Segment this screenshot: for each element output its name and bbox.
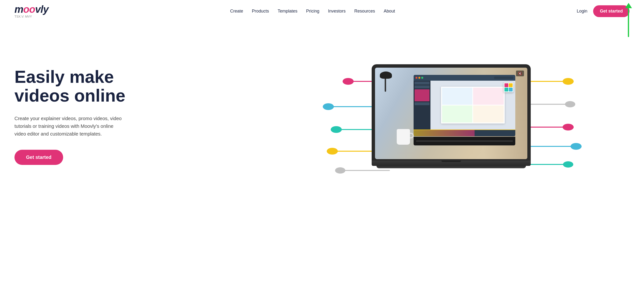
panel-item: [414, 102, 430, 105]
header-right: Login Get started: [577, 5, 630, 17]
svg-point-13: [565, 101, 575, 107]
editor-left-panel: [414, 81, 430, 130]
color-swatch: [504, 88, 508, 91]
get-started-button-hero[interactable]: Get started: [14, 150, 63, 165]
hero-section: Easily make videos online Create your ex…: [0, 22, 644, 215]
keyboard-row: [416, 140, 513, 142]
panel-item: [414, 82, 430, 84]
canvas-grid: [441, 87, 505, 123]
svg-point-3: [323, 103, 334, 110]
hero-text: Easily make videos online Create your ex…: [14, 68, 140, 165]
laptop-foot: [376, 166, 526, 168]
svg-point-9: [335, 167, 346, 174]
nav-investors[interactable]: Investors: [328, 9, 346, 14]
toolbar-dot-yellow: [418, 77, 420, 79]
sound-icon[interactable]: 🔇: [516, 70, 524, 76]
inner-keyboard: [414, 137, 515, 145]
nav-products[interactable]: Products: [252, 9, 269, 14]
svg-point-11: [562, 78, 574, 85]
login-link[interactable]: Login: [577, 9, 587, 14]
color-swatch: [509, 88, 513, 91]
hero-headline-line1: Easily make: [14, 67, 114, 86]
svg-point-5: [331, 126, 342, 133]
logo-text: moovly: [14, 4, 48, 14]
svg-point-15: [562, 124, 574, 130]
logo-suffix: vly: [35, 3, 48, 15]
inner-editor: [414, 75, 515, 147]
editor-timeline: [414, 130, 515, 136]
hero-visual: 🔇: [273, 34, 630, 198]
hero-subtext: Create your explainer videos, promo vide…: [14, 115, 125, 138]
color-swatch: [509, 83, 513, 87]
mug: [397, 129, 410, 145]
lamp-shade: [380, 71, 392, 79]
svg-point-19: [563, 161, 574, 168]
editor-body: [414, 81, 515, 130]
svg-point-17: [570, 143, 582, 150]
editor-window: [414, 75, 515, 136]
green-arrow-annotation: [625, 3, 632, 37]
get-started-button-header[interactable]: Get started: [593, 5, 630, 17]
nav-create[interactable]: Create: [230, 9, 243, 14]
logo-ticker: TSX.V: MVY: [14, 15, 48, 18]
logo-prefix: m: [14, 3, 23, 15]
timeline-bar: [414, 130, 474, 136]
nav-templates[interactable]: Templates: [278, 9, 298, 14]
canvas-cell: [442, 88, 473, 105]
panel-color-block: [414, 89, 430, 101]
canvas-cell: [473, 88, 504, 105]
laptop-screen-inner: 🔇: [375, 68, 527, 159]
toolbar-dot-green: [421, 77, 423, 79]
arrow-shaft: [628, 8, 629, 37]
logo-oo: oo: [23, 3, 35, 15]
nav-pricing[interactable]: Pricing: [306, 9, 319, 14]
laptop-body: 🔇: [372, 64, 531, 168]
color-picker: [504, 83, 513, 92]
main-nav: Create Products Templates Pricing Invest…: [230, 9, 395, 14]
hero-headline: Easily make videos online: [14, 68, 140, 105]
canvas-cell: [473, 105, 504, 123]
header: moovly TSX.V: MVY Create Products Templa…: [0, 0, 644, 22]
color-swatch: [504, 83, 508, 87]
nav-about[interactable]: About: [384, 9, 395, 14]
laptop-base: [372, 161, 531, 166]
canvas-area: [430, 81, 515, 130]
laptop: 🔇: [372, 64, 531, 168]
hero-headline-line2: videos online: [14, 86, 125, 105]
canvas-cell: [442, 105, 473, 123]
logo[interactable]: moovly TSX.V: MVY: [14, 4, 48, 18]
toolbar-search: [494, 76, 513, 79]
laptop-screen-outer: 🔇: [372, 64, 531, 161]
editor-toolbar: [414, 75, 515, 81]
nav-resources[interactable]: Resources: [354, 9, 375, 14]
panel-item: [414, 85, 430, 88]
svg-point-7: [327, 148, 338, 155]
svg-point-1: [342, 78, 354, 85]
arrow-head-icon: [625, 3, 632, 8]
toolbar-dot-red: [416, 77, 418, 79]
